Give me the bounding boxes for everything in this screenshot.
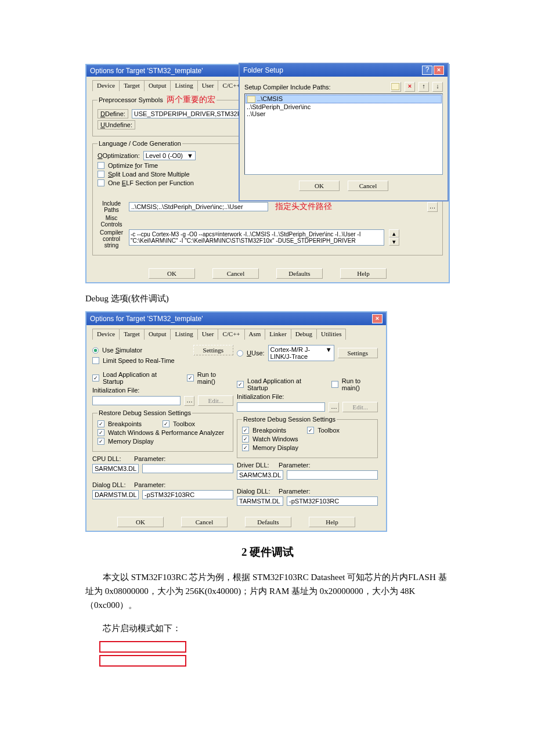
tab-debug[interactable]: Debug (291, 329, 317, 340)
define-label: DDefine: (98, 109, 128, 118)
param-label-l2: Parameter: (134, 481, 165, 488)
close-icon[interactable]: × (434, 66, 444, 75)
tab-listing[interactable]: Listing (170, 329, 197, 340)
cpudll-label: CPU DLL: (92, 455, 131, 462)
tab-listing[interactable]: Listing (170, 80, 197, 91)
restore-legend-r: Restore Debug Session Settings (242, 416, 337, 423)
tab-utilities[interactable]: Utilities (316, 329, 346, 340)
dialogdll-param-l[interactable] (142, 490, 233, 499)
cancel-button[interactable]: Cancel (348, 181, 388, 191)
tab-linker[interactable]: Linker (265, 329, 291, 340)
edit-button-r[interactable]: Edit... (342, 402, 378, 412)
defaults-button[interactable]: Defaults (276, 268, 323, 279)
dialogdll-input-r[interactable] (237, 496, 283, 506)
edit-button-l[interactable]: Edit... (198, 395, 233, 406)
optimization-select[interactable]: Level 0 (-O0)▼ (143, 151, 196, 160)
new-icon[interactable] (391, 82, 401, 92)
init-file-input-l[interactable] (92, 396, 181, 405)
mem-check-l[interactable]: ✓ (98, 438, 104, 445)
dialogdll-param-r[interactable] (287, 496, 378, 506)
close-icon[interactable]: × (372, 314, 383, 323)
folder-setup-titlebar: Folder Setup ? × (240, 64, 448, 77)
help-button[interactable]: Help (309, 517, 355, 527)
browse-paths-button[interactable]: … (427, 202, 438, 212)
scroll-down-icon[interactable]: ▾ (389, 237, 399, 246)
init-file-input-r[interactable] (237, 402, 325, 412)
help-icon[interactable]: ? (422, 66, 432, 75)
one-elf-label: One ELF Section per Function (108, 179, 194, 186)
driverdll-param-input[interactable] (287, 470, 378, 480)
include-paths-list[interactable]: ..\CMSIS ..\StdPeriph_Driver\inc ..\User (244, 93, 443, 175)
section-title: 2 硬件调试 (85, 545, 450, 560)
tab-asm[interactable]: Asm (244, 329, 266, 340)
watch-check-l[interactable]: ✓ (98, 429, 104, 436)
load-app-label-r: Load Application at Startup (247, 377, 319, 391)
bootmode-para: 芯片启动模式如下： (85, 621, 450, 635)
mem-check-r[interactable]: ✓ (242, 444, 249, 451)
run-main-label-r: Run to main() (342, 377, 378, 391)
use-hw-radio[interactable] (237, 350, 243, 357)
restore-legend-l: Restore Debug Session Settings (98, 409, 192, 416)
run-main-check-l[interactable]: ✓ (187, 375, 194, 381)
restore-group-r: Restore Debug Session Settings ✓Breakpoi… (237, 416, 378, 458)
tab-output[interactable]: Output (144, 329, 171, 340)
include-paths-input[interactable] (129, 202, 268, 211)
defaults-button[interactable]: Defaults (245, 517, 291, 527)
optimize-time-check[interactable] (98, 162, 104, 169)
cancel-button[interactable]: Cancel (212, 268, 259, 279)
tool-check-r[interactable]: ✓ (307, 427, 314, 434)
red-box-1 (99, 641, 186, 653)
cancel-button[interactable]: Cancel (181, 517, 228, 527)
load-app-check-l[interactable]: ✓ (92, 375, 99, 381)
settings-button-left[interactable]: Settings (193, 345, 233, 355)
init-file-label-r: Initialization File: (237, 393, 378, 400)
driverdll-label: Driver DLL: (237, 462, 275, 469)
one-elf-check[interactable] (98, 179, 104, 186)
browse-button-r[interactable]: … (329, 402, 339, 412)
move-down-icon[interactable]: ↓ (432, 82, 443, 92)
optimize-time-label: Optimize for Time (108, 162, 158, 169)
tab-user[interactable]: User (197, 80, 219, 91)
run-main-check-r[interactable] (331, 381, 338, 388)
ok-button[interactable]: OK (299, 181, 340, 191)
red-box-2 (99, 655, 186, 667)
driverdll-input[interactable] (237, 470, 283, 480)
limit-speed-label: Limit Speed to Real-Time (103, 357, 175, 364)
tab-target[interactable]: Target (119, 80, 145, 91)
tab-target[interactable]: Target (119, 329, 145, 340)
bp-check-l[interactable]: ✓ (98, 420, 104, 427)
cpudll-param-input[interactable] (142, 464, 233, 473)
tab-user[interactable]: User (197, 329, 219, 340)
use-simulator-radio[interactable] (92, 347, 99, 354)
ok-button[interactable]: OK (149, 268, 195, 279)
watch-check-r[interactable]: ✓ (242, 435, 249, 442)
settings-button-right[interactable]: Settings (338, 348, 378, 358)
limit-speed-check[interactable] (92, 357, 99, 364)
lang-legend: Language / Code Generation (98, 140, 182, 147)
browse-button-l[interactable]: … (184, 396, 194, 406)
cpudll-input[interactable] (92, 464, 139, 473)
param-label-r: Parameter: (279, 462, 310, 469)
tool-check-l[interactable]: ✓ (163, 420, 169, 427)
dialogdll-input-l[interactable] (92, 490, 139, 499)
bp-check-r[interactable]: ✓ (242, 427, 249, 434)
options-title: Options for Target 'STM32_template' (90, 67, 203, 75)
load-app-check-r[interactable]: ✓ (237, 381, 244, 388)
optimization-label: OOptimization: (98, 152, 140, 159)
use-label: UUse: (247, 350, 265, 357)
delete-icon[interactable]: × (405, 82, 415, 92)
debugger-select[interactable]: Cortex-M/R J-LINK/J-Trace▼ (268, 345, 334, 361)
tab-device[interactable]: Device (92, 329, 120, 340)
move-up-icon[interactable]: ↑ (418, 82, 429, 92)
scroll-up-icon[interactable]: ▴ (389, 229, 399, 237)
options-debug-dialog: Options for Target 'STM32_template' × De… (85, 311, 387, 532)
help-button[interactable]: Help (340, 268, 387, 279)
macro-note: 两个重要的宏 (167, 95, 215, 104)
tab-output[interactable]: Output (144, 80, 171, 91)
tab-cpp[interactable]: C/C++ (218, 329, 244, 340)
tab-device[interactable]: Device (92, 80, 120, 91)
split-load-check[interactable] (98, 171, 104, 178)
ok-button[interactable]: OK (117, 517, 164, 527)
path-note: 指定头文件路径 (275, 201, 332, 212)
use-simulator-label: Use Simulator (102, 347, 142, 354)
